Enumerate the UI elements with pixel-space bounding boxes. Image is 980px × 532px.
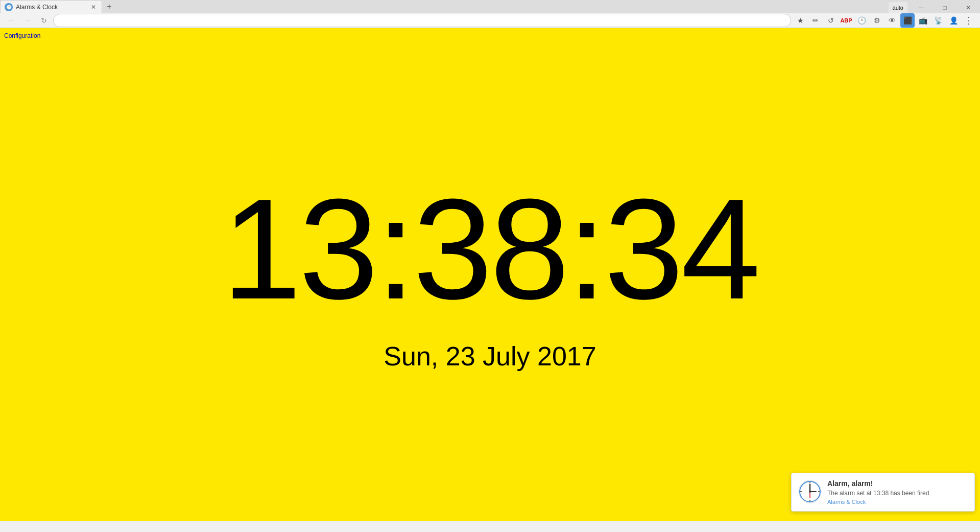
screen-share-button[interactable]: 📺: [916, 13, 930, 28]
forward-button[interactable]: →: [20, 13, 35, 28]
configuration-link[interactable]: Configuration: [4, 32, 40, 39]
menu-button[interactable]: ⋮: [962, 13, 976, 28]
tab-favicon: 🕐: [5, 3, 13, 11]
clock-time: 13:38:34: [222, 177, 758, 320]
reload-icon-button[interactable]: ↺: [824, 13, 838, 28]
notification-toast: Alarm, alarm! The alarm set at 13:38 has…: [791, 473, 975, 512]
notification-icon: [798, 479, 822, 504]
edit-icon-button[interactable]: ✏: [808, 13, 823, 28]
clock-date: Sun, 23 July 2017: [384, 341, 596, 372]
settings-button[interactable]: ⚙: [870, 13, 884, 28]
browser-chrome: 🕐 Alarms & Clock ✕ + auto ─ □ ✕ ← → ↻: [0, 0, 980, 28]
active-tab[interactable]: 🕐 Alarms & Clock ✕: [0, 0, 102, 13]
close-button[interactable]: ✕: [957, 0, 980, 15]
bookmark-button[interactable]: ★: [793, 13, 807, 28]
extension-puzzle-button[interactable]: ⬛: [900, 13, 915, 28]
notification-message: The alarm set at 13:38 has been fired: [827, 490, 968, 497]
eye-button[interactable]: 👁: [885, 13, 899, 28]
clock-ext-button[interactable]: 🕐: [854, 13, 869, 28]
tab-close-button[interactable]: ✕: [89, 3, 98, 11]
toolbar-right: ★ ✏ ↺ ABP 🕐 ⚙ 👁 ⬛ 📺 📡 👤: [793, 13, 976, 28]
clock-main-area: Configuration 13:38:34 Sun, 23 July 2017: [0, 28, 980, 521]
minimize-button[interactable]: ─: [910, 0, 933, 15]
tab-title: Alarms & Clock: [16, 4, 87, 11]
url-input[interactable]: [59, 17, 785, 25]
status-bar: [0, 521, 980, 532]
account-button[interactable]: 👤: [946, 13, 961, 28]
window-controls: auto ─ □ ✕: [889, 0, 980, 15]
notification-source: Alarms & Clock: [827, 499, 968, 505]
adblock-button[interactable]: ABP: [839, 13, 853, 28]
tab-bar: 🕐 Alarms & Clock ✕ + auto ─ □ ✕: [0, 0, 980, 13]
back-button[interactable]: ←: [4, 13, 18, 28]
refresh-button[interactable]: ↻: [37, 13, 51, 28]
toolbar: ← → ↻ ★ ✏ ↺ ABP 🕐 ⚙ 👁: [0, 13, 980, 28]
maximize-button[interactable]: □: [933, 0, 957, 15]
svg-point-5: [809, 491, 811, 493]
extension-label: auto: [889, 2, 907, 13]
new-tab-button[interactable]: +: [102, 0, 116, 13]
cast-button[interactable]: 📡: [931, 13, 945, 28]
address-bar[interactable]: [53, 14, 791, 27]
notification-title: Alarm, alarm!: [827, 479, 968, 488]
notification-body: Alarm, alarm! The alarm set at 13:38 has…: [827, 479, 968, 505]
